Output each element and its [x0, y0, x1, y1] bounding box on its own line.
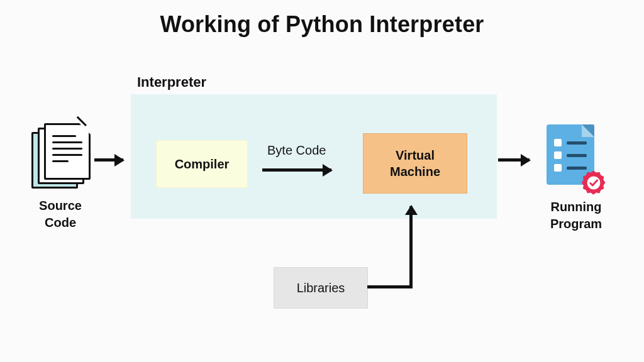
bytecode-label: Byte Code [267, 143, 326, 158]
arrow-vm-to-running [498, 158, 530, 162]
source-code-icon [31, 123, 89, 189]
compiler-box: Compiler [156, 140, 248, 188]
verified-badge-icon [582, 171, 606, 195]
virtual-machine-label: VirtualMachine [390, 147, 440, 180]
arrow-compiler-to-vm [262, 168, 331, 172]
diagram-title: Working of Python Interpreter [0, 11, 644, 38]
libraries-box: Libraries [274, 267, 368, 309]
diagram-canvas: Working of Python Interpreter Interprete… [0, 0, 644, 362]
virtual-machine-box: VirtualMachine [363, 133, 467, 194]
source-code-label: SourceCode [24, 197, 97, 231]
running-program-icon [544, 124, 599, 190]
interpreter-label: Interpreter [137, 74, 206, 90]
running-program-label: RunningProgram [538, 199, 614, 233]
arrow-libraries-horizontal [367, 285, 413, 288]
arrow-source-to-compiler [94, 158, 123, 162]
arrow-libraries-to-vm [409, 206, 413, 288]
